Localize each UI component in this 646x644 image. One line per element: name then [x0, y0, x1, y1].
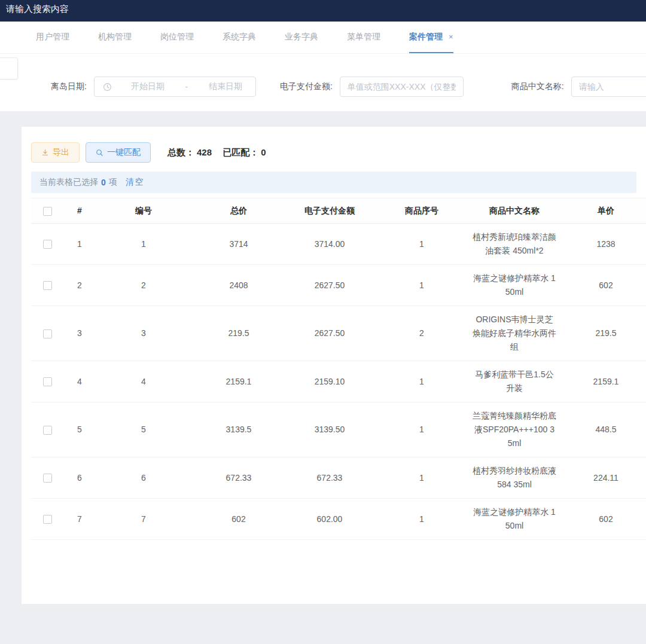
cell-epay: 2627.50: [286, 265, 373, 306]
cell-item-no: 1: [373, 499, 470, 540]
cell-unit-price: 602: [559, 499, 646, 540]
cell-total: 672.33: [191, 457, 286, 499]
row-checkbox[interactable]: [43, 474, 52, 483]
download-icon: [41, 149, 49, 157]
date-start-placeholder[interactable]: 开始日期: [118, 81, 178, 92]
clock-icon: [103, 83, 112, 91]
export-button[interactable]: 导出: [31, 142, 80, 163]
one-click-match-button[interactable]: 一键匹配: [86, 142, 151, 163]
cell-product-name: 植村秀新琥珀臻萃洁颜油套装 450ml*2: [470, 224, 559, 265]
cell-total: 2159.1: [191, 361, 286, 402]
table-row: 7 7 602 602.00 1 海蓝之谜修护精萃水 150ml 602: [31, 499, 646, 540]
tab-用户管理[interactable]: 用户管理: [36, 22, 69, 53]
epay-amount-input[interactable]: [340, 77, 464, 97]
tab-label: 业务字典: [285, 32, 318, 42]
cell-product-name: ORIGINS韦博士灵芝焕能好底子精华水两件组: [470, 306, 559, 361]
filter-row: 离岛日期: 开始日期 - 结束日期 电子支付金额: 商品中文名称:: [0, 54, 646, 97]
table-row: 5 5 3139.5 3139.50 1 兰蔻菁纯臻颜精华粉底液SPF20PA+…: [31, 402, 646, 457]
row-checkbox[interactable]: [43, 281, 52, 290]
row-checkbox[interactable]: [43, 515, 52, 524]
cell-product-name: 卡诗菁纯亮泽经典香氛: [470, 540, 559, 542]
data-table-scroll-area[interactable]: # 编号 总价 电子支付金额 商品序号 商品中文名称 单价 1 1 3714 3…: [31, 198, 646, 541]
col-header-total: 总价: [191, 199, 286, 224]
tab-岗位管理[interactable]: 岗位管理: [160, 22, 194, 53]
tab-bar: 用户管理 机构管理 岗位管理 系统字典 业务字典 菜单管理 案件管理 ×: [0, 22, 646, 54]
cell-code: 2: [96, 265, 191, 306]
cell-unit-price: 1238: [559, 224, 646, 265]
cell-unit-price: 448.5: [559, 402, 646, 457]
global-search-input[interactable]: 请输入搜索内容: [6, 4, 69, 14]
cell-item-no: 1: [373, 540, 470, 542]
table-header-row: # 编号 总价 电子支付金额 商品序号 商品中文名称 单价: [31, 199, 646, 224]
selection-info-bar: 当前表格已选择 0 项 清空: [31, 172, 636, 193]
tab-close-icon[interactable]: ×: [449, 32, 453, 41]
cell-index: 5: [63, 402, 96, 457]
tab-label: 用户管理: [36, 32, 69, 42]
cell-total: 2408: [191, 265, 286, 306]
toolbar: 导出 一键匹配 总数：428 已匹配：0: [31, 142, 646, 163]
table-row: 3 3 219.5 2627.50 2 ORIGINS韦博士灵芝焕能好底子精华水…: [31, 306, 646, 361]
clear-selection-link[interactable]: 清空: [126, 177, 145, 188]
cell-index: 3: [63, 306, 96, 361]
row-checkbox[interactable]: [43, 240, 52, 249]
table-row: 8 8 1320.47 1320.47 1 卡诗菁纯亮泽经典香氛 150.06: [31, 540, 646, 542]
cell-index: 6: [63, 457, 96, 499]
collapsed-side-panel[interactable]: [0, 57, 18, 80]
cell-unit-price: 150.06: [559, 540, 646, 542]
cell-code: 6: [96, 457, 191, 499]
filter-section: 离岛日期: 开始日期 - 结束日期 电子支付金额: 商品中文名称:: [0, 54, 646, 111]
row-checkbox[interactable]: [43, 426, 52, 435]
tab-业务字典[interactable]: 业务字典: [285, 22, 318, 53]
select-all-checkbox[interactable]: [43, 207, 52, 216]
row-checkbox[interactable]: [43, 329, 52, 338]
cell-unit-price: 219.5: [559, 306, 646, 361]
top-navbar: 请输入搜索内容: [0, 0, 646, 22]
main-content-card: 导出 一键匹配 总数：428 已匹配：0 当前表格已选择 0 项 清空: [22, 127, 646, 604]
cell-item-no: 1: [373, 361, 470, 402]
tab-系统字典[interactable]: 系统字典: [223, 22, 256, 53]
col-header-unit: 单价: [559, 199, 646, 224]
col-header-itemno: 商品序号: [373, 199, 470, 224]
total-value: 428: [197, 147, 212, 157]
cell-total: 602: [191, 499, 286, 540]
cell-unit-price: 2159.1: [559, 361, 646, 402]
table-row: 2 2 2408 2627.50 1 海蓝之谜修护精萃水 150ml 602: [31, 265, 646, 306]
selection-prefix: 当前表格已选择: [39, 177, 98, 188]
row-checkbox[interactable]: [43, 377, 52, 386]
cell-unit-price: 602: [559, 265, 646, 306]
cell-code: 5: [96, 402, 191, 457]
cell-code: 8: [96, 540, 191, 542]
date-end-placeholder[interactable]: 结束日期: [196, 81, 255, 92]
tab-label: 案件管理: [409, 32, 443, 42]
cell-item-no: 1: [373, 265, 470, 306]
export-button-label: 导出: [53, 147, 69, 158]
epay-filter-label: 电子支付金额:: [280, 81, 333, 92]
cell-item-no: 1: [373, 457, 470, 499]
cell-code: 3: [96, 306, 191, 361]
cell-code: 1: [96, 224, 191, 265]
cell-total: 3714: [191, 224, 286, 265]
cell-item-no: 1: [373, 224, 470, 265]
cell-epay: 3139.50: [286, 402, 373, 457]
date-filter-label: 离岛日期:: [51, 81, 87, 92]
matched-value: 0: [261, 147, 266, 157]
tab-菜单管理[interactable]: 菜单管理: [347, 22, 380, 53]
product-name-input[interactable]: [571, 77, 646, 97]
cell-total: 1320.47: [191, 540, 286, 542]
product-name-filter-label: 商品中文名称:: [511, 81, 564, 92]
date-range-input[interactable]: 开始日期 - 结束日期: [94, 77, 256, 97]
cell-epay: 602.00: [286, 499, 373, 540]
selection-suffix: 项: [109, 177, 117, 188]
search-icon: [96, 149, 103, 157]
cell-epay: 1320.47: [286, 540, 373, 542]
cell-item-no: 1: [373, 402, 470, 457]
col-header-index: #: [63, 199, 96, 224]
date-separator: -: [178, 82, 196, 91]
table-row: 6 6 672.33 672.33 1 植村秀羽纱持妆粉底液 584 35ml …: [31, 457, 646, 499]
cell-product-name: 海蓝之谜修护精萃水 150ml: [470, 265, 559, 306]
cell-code: 4: [96, 361, 191, 402]
tab-案件管理[interactable]: 案件管理 ×: [409, 22, 453, 53]
cell-product-name: 兰蔻菁纯臻颜精华粉底液SPF20PA+++100 35ml: [470, 402, 559, 457]
tab-机构管理[interactable]: 机构管理: [98, 22, 132, 53]
col-header-epay: 电子支付金额: [286, 199, 373, 224]
